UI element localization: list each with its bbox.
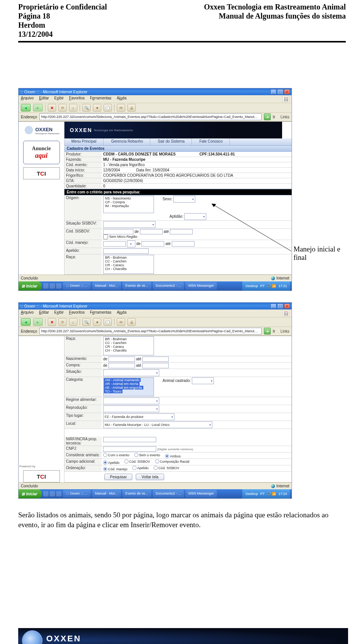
radio-apelido[interactable]: Apelido xyxy=(103,460,119,465)
nasc-de-input[interactable] xyxy=(108,357,135,362)
cod-sisbov-de-input[interactable] xyxy=(103,229,133,234)
task-manual[interactable]: Manual - Mor... xyxy=(92,282,121,290)
favorites-button[interactable]: ★ xyxy=(93,104,101,112)
task-msn-2[interactable]: MSN Messenger xyxy=(185,490,217,498)
stop-button[interactable]: ✖ xyxy=(48,104,56,112)
ql-icon-3[interactable] xyxy=(56,283,61,289)
menu-exibir[interactable]: Exibir xyxy=(54,96,64,102)
raca-listbox-2[interactable]: BR - Brahman CC - Canchim CR - Caracu CH… xyxy=(103,336,154,355)
start-button-2[interactable]: ⊞ Iniciar xyxy=(19,489,42,498)
ql2-2[interactable] xyxy=(50,491,55,496)
refresh-button[interactable]: ⟳ xyxy=(58,104,67,112)
btn-pesquisar[interactable]: Pesquisar xyxy=(104,474,132,480)
cnpj-input[interactable] xyxy=(103,446,156,452)
manejo-prefix-select[interactable]: ▾ xyxy=(127,240,135,247)
compra-de-input[interactable] xyxy=(108,363,135,368)
chk-sem-micro[interactable]: Sem Micro Região xyxy=(103,235,137,239)
close-button[interactable]: × xyxy=(284,89,290,94)
sexo-select[interactable]: ▾ xyxy=(173,196,195,203)
minimize-button-2[interactable]: _ xyxy=(270,303,276,309)
back-button[interactable]: ◄ xyxy=(21,104,31,112)
print-button-2[interactable]: 🖨 xyxy=(127,318,136,326)
mail-button[interactable]: ✉ xyxy=(117,104,125,112)
print-button[interactable]: 🖨 xyxy=(127,104,136,112)
menu-editar[interactable]: Editar xyxy=(39,96,49,102)
situacao-select[interactable]: ▾ xyxy=(103,369,159,376)
cod-sisbov-fim-input[interactable] xyxy=(170,229,193,234)
menu-editar-2[interactable]: Editar xyxy=(39,310,49,316)
menu-ajuda-2[interactable]: Ajuda xyxy=(117,310,127,316)
radio-ord-manejo[interactable]: Cód. manejo xyxy=(103,467,127,471)
apelido-input[interactable] xyxy=(103,248,149,254)
menu-favoritos-2[interactable]: Favoritos xyxy=(69,310,85,316)
btn-voltar[interactable]: Voltar tela xyxy=(136,474,164,480)
ie-titlebar[interactable]: ::: Oxxen ::: - Microsoft Internet Explo… xyxy=(19,88,292,95)
ql-icon-2[interactable] xyxy=(50,283,55,289)
home-button-2[interactable]: ⌂ xyxy=(69,318,77,326)
refresh-button-2[interactable]: ⟳ xyxy=(58,318,67,326)
stop-button-2[interactable]: ✖ xyxy=(48,318,56,326)
nirf-input[interactable] xyxy=(103,437,156,442)
compra-ate-input[interactable] xyxy=(142,363,169,368)
ql2-3[interactable] xyxy=(56,491,61,496)
search-button[interactable]: 🔍 xyxy=(82,104,91,112)
maximize-button-2[interactable]: ▢ xyxy=(277,303,283,309)
radio-cod-sisbov[interactable]: Cód. SISBOV xyxy=(124,459,150,463)
go-button-2[interactable]: ➜ xyxy=(264,328,271,335)
radio-sem-evento[interactable]: Sem o evento xyxy=(134,453,160,457)
radio-ambos[interactable]: Ambos xyxy=(165,454,180,458)
task-oxxen-2[interactable]: ::: Oxxen ::: ... xyxy=(63,490,90,498)
manejo-de-input[interactable] xyxy=(141,241,164,247)
forward-button[interactable]: ► xyxy=(33,104,43,112)
nasc-ate-input[interactable] xyxy=(142,357,169,362)
castrado-select[interactable]: ▾ xyxy=(192,377,214,384)
mail-button-2[interactable]: ✉ xyxy=(117,318,125,326)
history-button-2[interactable]: 🕘 xyxy=(104,318,112,326)
menu-principal[interactable]: Menu Principal xyxy=(64,138,104,145)
menu-fale-conosco[interactable]: Fale Conosco xyxy=(193,138,230,145)
ad-tci-2[interactable]: TCI xyxy=(23,470,60,482)
address-input-2[interactable]: http://200.225.227.32/oxxen/comum/Seleci… xyxy=(39,328,262,335)
ie-menubar[interactable]: AArquivorquivo Editar Exibir Favoritos F… xyxy=(19,95,292,103)
task-evento[interactable]: Evento de ve... xyxy=(122,282,151,290)
menu-ferramentas[interactable]: Ferramentas xyxy=(90,96,111,102)
task-oxxen[interactable]: ::: Oxxen ::: ... xyxy=(63,282,90,290)
radio-ord-sisbov[interactable]: Cód. SISBOV xyxy=(154,466,179,470)
task-evento-2[interactable]: Evento de ve... xyxy=(122,490,151,498)
task-manual-2[interactable]: Manual - Mor... xyxy=(92,490,121,498)
minimize-button[interactable]: _ xyxy=(270,89,276,94)
menu-ferramentas-2[interactable]: Ferramentas xyxy=(90,310,111,316)
menu-exibir-2[interactable]: Exibir xyxy=(54,310,64,316)
manejo-ate-input[interactable] xyxy=(172,241,195,247)
links-label[interactable]: Links xyxy=(281,115,289,119)
favorites-button-2[interactable]: ★ xyxy=(93,318,101,326)
reproducao-select[interactable]: ▾ xyxy=(103,405,159,412)
raca-listbox[interactable]: BR - Brahman CC - Canchim CR - Caracu CH… xyxy=(103,255,154,274)
menu-arquivo-2[interactable]: Arquivo xyxy=(21,310,34,316)
address-input[interactable]: http://200.225.227.32/oxxen/comum/Seleci… xyxy=(39,113,262,120)
go-button[interactable]: ➜ xyxy=(264,113,271,120)
regime-select[interactable]: ▾ xyxy=(103,397,159,404)
task-msn[interactable]: MSN Messenger xyxy=(185,282,217,290)
task-doc2-2[interactable]: Documento2 - ... xyxy=(153,490,184,498)
menu-arquivo[interactable]: AArquivorquivo xyxy=(21,96,34,102)
menu-sair[interactable]: Sair do Sistema xyxy=(151,138,192,145)
radio-comp-racial[interactable]: Composição Racial xyxy=(155,459,190,463)
tipolugar-select[interactable]: FZ - Fazenda do produtor▾ xyxy=(103,413,174,420)
aptidao-select[interactable]: ▾ xyxy=(184,213,206,220)
history-button[interactable]: 🕘 xyxy=(104,104,112,112)
search-button-2[interactable]: 🔍 xyxy=(82,318,91,326)
manejo-prefix-input[interactable] xyxy=(103,241,126,247)
origem-listbox[interactable]: NS - Nascimento CP - Compra IM - Importa… xyxy=(103,196,154,213)
ad-anuncie-aqui[interactable]: Anuncie aqui xyxy=(23,141,60,164)
cod-sisbov-ini-input[interactable] xyxy=(140,229,163,234)
back-button-2[interactable]: ◄ xyxy=(21,318,31,326)
links-label-2[interactable]: Links xyxy=(281,329,289,333)
close-button-2[interactable]: × xyxy=(284,303,290,309)
tray-lang[interactable]: PT xyxy=(260,284,265,288)
home-button[interactable]: ⌂ xyxy=(69,104,77,112)
task-doc2[interactable]: Documento2 - ... xyxy=(153,282,184,290)
menu-gerencia-rebanho[interactable]: Gerencia Rebanho xyxy=(104,138,150,145)
maximize-button[interactable]: ▢ xyxy=(277,89,283,94)
radio-com-evento[interactable]: Com o evento xyxy=(103,453,129,457)
